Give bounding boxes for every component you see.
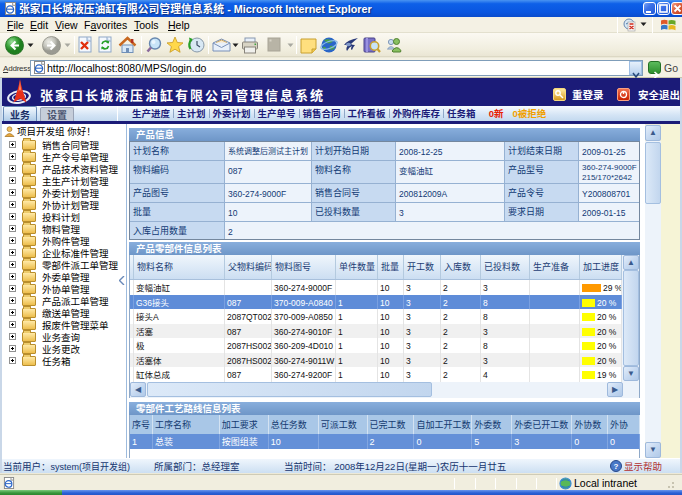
svg-text:?: ? (614, 460, 619, 471)
